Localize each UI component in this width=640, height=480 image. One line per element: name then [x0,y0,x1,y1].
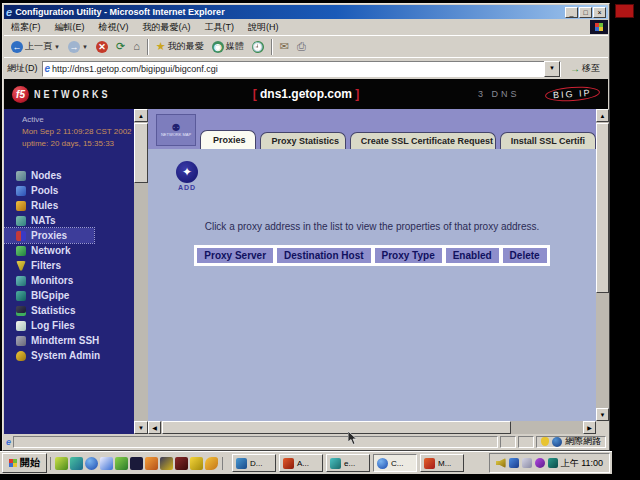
ie-icon: e [6,7,12,17]
scroll-down-icon[interactable]: ▼ [134,421,148,434]
sidebar-item-mindterm-ssh[interactable]: Mindterm SSH [4,333,134,348]
task-button[interactable]: D... [232,454,276,472]
sidebar-item-nodes[interactable]: Nodes [4,168,134,183]
quick-launch-icon[interactable] [205,457,218,470]
instruction-text: Click a proxy address in the list to vie… [148,221,596,232]
quick-launch-icon[interactable] [130,457,143,470]
task-button[interactable]: e... [326,454,370,472]
horizontal-scroll-thumb[interactable] [162,421,511,434]
sidebar-item-log-files[interactable]: Log Files [4,318,134,333]
link-bigip[interactable]: BIG IP [545,85,600,103]
task-icon [283,458,294,469]
volume-icon[interactable] [496,458,506,468]
forward-dropdown-icon[interactable]: ▼ [82,44,88,50]
quick-launch-icon[interactable] [70,457,83,470]
menu-help[interactable]: 說明(H) [241,20,286,35]
history-button[interactable]: 🕘 [248,40,268,54]
add-icon[interactable]: ✦ [176,161,198,183]
sidebar-item-filters[interactable]: Filters [4,258,134,273]
taskbar-clock[interactable]: 上午 11:00 [561,457,603,470]
address-input-wrap: e ▼ [42,61,562,77]
tray-icon[interactable] [548,458,558,468]
favorites-button[interactable]: ★ 我的最愛 [152,39,208,54]
scroll-down-icon[interactable]: ▼ [596,408,609,421]
menu-edit[interactable]: 編輯(E) [48,20,92,35]
address-dropdown-icon[interactable]: ▼ [544,61,560,77]
history-icon: 🕘 [252,41,264,53]
start-button[interactable]: 開始 [2,453,47,473]
quick-launch-icon[interactable] [160,457,173,470]
title-bar[interactable]: e Configuration Utility - Microsoft Inte… [4,5,608,19]
task-button-active[interactable]: C... [373,454,417,472]
video-frame-edge [612,0,640,480]
link-3dns[interactable]: 3 DNS [478,89,520,99]
quick-launch-icon[interactable] [85,457,98,470]
tray-icon[interactable] [522,458,532,468]
sidebar-item-network[interactable]: Network [4,243,134,258]
sidebar-item-bigpipe[interactable]: BIGpipe [4,288,134,303]
task-button[interactable]: A... [279,454,323,472]
quick-launch-icon[interactable] [145,457,158,470]
tray-icon[interactable] [535,458,545,468]
media-button[interactable]: ◉ 媒體 [208,39,248,54]
home-button[interactable]: ⌂ [129,40,144,53]
task-label: C... [391,459,403,468]
quick-launch-icon[interactable] [100,457,113,470]
back-dropdown-icon[interactable]: ▼ [54,44,60,50]
add-proxy-control[interactable]: ✦ ADD [172,161,202,191]
nats-icon [16,216,26,226]
horizontal-scrollbar[interactable]: ◀ ▶ [148,421,596,434]
print-button[interactable]: ⎙ [293,40,310,53]
tab-install-ssl-certificate[interactable]: Install SSL Certifi [500,132,596,149]
tab-proxy-statistics[interactable]: Proxy Statistics [260,132,345,149]
sidebar-item-monitors[interactable]: Monitors [4,273,134,288]
back-button[interactable]: ← 上一頁 ▼ [7,39,64,54]
sidebar-item-proxies[interactable]: Proxies [4,228,94,243]
menu-tools[interactable]: 工具(T) [198,20,242,35]
sidebar-item-label: Rules [31,200,58,211]
refresh-button[interactable]: ⟳ [112,40,129,53]
minimize-button[interactable]: _ [565,7,578,18]
vertical-scrollbar[interactable]: ▲ ▼ [596,109,609,434]
maximize-button[interactable]: □ [579,7,592,18]
sidebar-item-statistics[interactable]: Statistics [4,303,134,318]
task-button[interactable]: M... [420,454,464,472]
go-arrow-icon: → [570,63,580,74]
close-button[interactable]: × [593,7,606,18]
sidebar-item-nats[interactable]: NATs [4,213,134,228]
task-label: e... [344,459,355,468]
tab-band: ⚉ NETWORK MAP Proxies Proxy Statistics C… [148,109,596,149]
address-input[interactable] [50,64,544,74]
quick-launch-bar [50,457,223,470]
quick-launch-icon[interactable] [115,457,128,470]
sidebar-scrollbar[interactable]: ▲ ▼ [134,109,148,434]
tray-icon[interactable] [509,458,519,468]
sidebar-item-system-admin[interactable]: System Admin [4,348,134,363]
stop-button[interactable]: ✕ [92,40,112,54]
sidebar-item-rules[interactable]: Rules [4,198,134,213]
scroll-up-icon[interactable]: ▲ [134,109,148,122]
quick-launch-icon[interactable] [190,457,203,470]
zone-shield-icon [541,437,549,446]
forward-button[interactable]: → ▼ [64,40,92,54]
quick-launch-icon[interactable] [175,457,188,470]
scroll-left-icon[interactable]: ◀ [148,421,161,434]
menu-view[interactable]: 檢視(V) [92,20,136,35]
scroll-up-icon[interactable]: ▲ [596,109,609,122]
network-map-widget[interactable]: ⚉ NETWORK MAP [156,114,196,146]
nodes-icon [16,171,26,181]
vertical-scroll-thumb[interactable] [596,123,609,293]
print-icon: ⎙ [297,41,306,52]
go-button[interactable]: → 移至 [565,61,605,76]
sidebar-scroll-thumb[interactable] [134,123,148,183]
menu-file[interactable]: 檔案(F) [4,20,48,35]
menu-favorites[interactable]: 我的最愛(A) [136,20,198,35]
security-zone-pane: 網際網路 [536,436,606,448]
col-enabled: Enabled [444,246,501,265]
sidebar-item-pools[interactable]: Pools [4,183,134,198]
scroll-right-icon[interactable]: ▶ [583,421,596,434]
mail-button[interactable]: ✉ [276,40,293,53]
tab-create-ssl-certificate-request[interactable]: Create SSL Certificate Request [350,132,496,149]
tab-proxies[interactable]: Proxies [200,130,256,149]
quick-launch-icon[interactable] [55,457,68,470]
